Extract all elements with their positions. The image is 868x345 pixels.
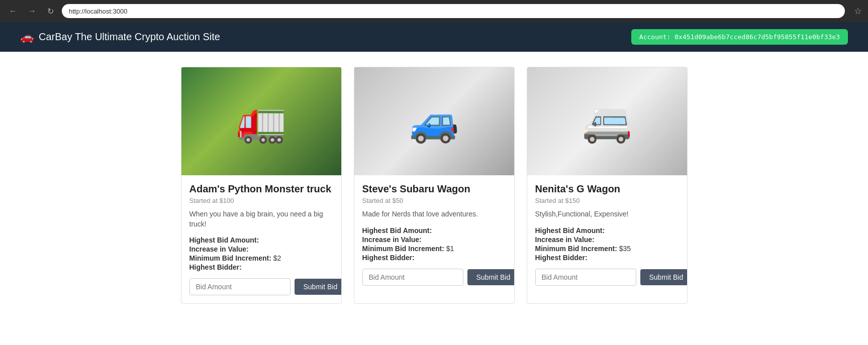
bid-form-monster-truck: Submit Bid [189,278,333,295]
auction-card-monster-truck: 🚛 Adam's Python Monster truck Started at… [181,67,342,304]
back-button[interactable]: ← [6,6,20,17]
min-increment-row-monster-truck: Minimum Bid Increment: $2 [189,254,333,262]
car-image-g-wagon: 🚐 [527,67,687,175]
highest-bidder-row-subaru-wagon: Highest Bidder: [362,254,506,262]
highest-bid-row-g-wagon: Highest Bid Amount: [535,226,679,235]
car-icon: 🚗 [20,31,34,44]
card-body-subaru-wagon: Steve's Subaru Wagon Started at $50 Made… [354,175,514,294]
car-started-g-wagon: Started at $150 [535,197,679,204]
account-badge: Account: 0x451d09abe6b7cced86c7d5bf95855… [631,29,848,45]
submit-bid-button-monster-truck[interactable]: Submit Bid [295,279,342,295]
car-title-g-wagon: Nenita's G Wagon [535,183,679,195]
bid-form-g-wagon: Submit Bid [535,269,679,286]
bid-form-subaru-wagon: Submit Bid [362,269,506,286]
car-description-subaru-wagon: Made for Nerds that love adventures. [362,209,506,219]
bid-input-monster-truck[interactable] [189,278,291,295]
car-description-g-wagon: Stylish,Functional, Expensive! [535,209,679,219]
bid-input-subaru-wagon[interactable] [362,269,463,286]
app-header: 🚗 CarBay The Ultimate Crypto Auction Sit… [0,22,868,52]
app-title-text: CarBay The Ultimate Crypto Auction Site [39,31,220,43]
browser-chrome: ← → ↻ ☆ [0,0,868,22]
car-title-monster-truck: Adam's Python Monster truck [189,183,333,195]
bid-info-monster-truck: Highest Bid Amount: Increase in Value: M… [189,236,333,271]
auction-card-g-wagon: 🚐 Nenita's G Wagon Started at $150 Styli… [527,67,688,304]
card-body-monster-truck: Adam's Python Monster truck Started at $… [181,175,341,303]
refresh-button[interactable]: ↻ [44,6,57,17]
increase-row-subaru-wagon: Increase in Value: [362,236,506,244]
bid-input-g-wagon[interactable] [535,269,636,286]
car-started-subaru-wagon: Started at $50 [362,197,506,204]
car-description-monster-truck: When you have a big brain, you need a bi… [189,209,333,229]
car-image-monster-truck: 🚛 [181,67,341,175]
highest-bidder-row-g-wagon: Highest Bidder: [535,254,679,262]
min-increment-row-g-wagon: Minimum Bid Increment: $35 [535,245,679,253]
car-image-subaru-wagon: 🚙 [354,67,514,175]
increase-row-g-wagon: Increase in Value: [535,236,679,244]
address-bar[interactable] [62,4,845,18]
cards-grid: 🚛 Adam's Python Monster truck Started at… [82,67,786,304]
bid-info-g-wagon: Highest Bid Amount: Increase in Value: M… [535,226,679,262]
highest-bidder-row-monster-truck: Highest Bidder: [189,263,333,271]
car-started-monster-truck: Started at $100 [189,197,333,204]
increase-row-monster-truck: Increase in Value: [189,245,333,253]
main-content: 🚛 Adam's Python Monster truck Started at… [0,52,868,345]
bid-info-subaru-wagon: Highest Bid Amount: Increase in Value: M… [362,226,506,262]
card-body-g-wagon: Nenita's G Wagon Started at $150 Stylish… [527,175,687,294]
submit-bid-button-g-wagon[interactable]: Submit Bid [640,269,688,285]
forward-button[interactable]: → [25,6,39,17]
bookmark-icon[interactable]: ☆ [854,6,862,17]
auction-card-subaru-wagon: 🚙 Steve's Subaru Wagon Started at $50 Ma… [354,67,515,304]
car-title-subaru-wagon: Steve's Subaru Wagon [362,183,506,195]
submit-bid-button-subaru-wagon[interactable]: Submit Bid [467,269,515,285]
highest-bid-row-monster-truck: Highest Bid Amount: [189,236,333,244]
app-title: 🚗 CarBay The Ultimate Crypto Auction Sit… [20,31,220,44]
highest-bid-row-subaru-wagon: Highest Bid Amount: [362,226,506,235]
min-increment-row-subaru-wagon: Minimum Bid Increment: $1 [362,245,506,253]
